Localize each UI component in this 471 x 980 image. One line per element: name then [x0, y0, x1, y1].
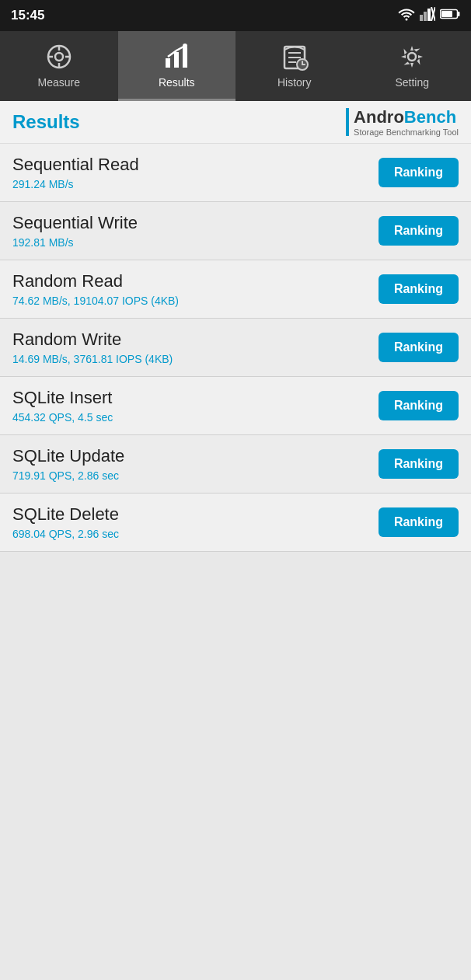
result-info: Random Write14.69 MB/s, 3761.81 IOPS (4K…: [12, 330, 173, 365]
svg-point-23: [408, 53, 416, 61]
result-info: Sequential Write192.81 MB/s: [12, 213, 138, 249]
result-row: SQLite Delete698.04 QPS, 2.96 secRanking: [0, 493, 471, 552]
results-list: Sequential Read291.24 MB/sRankingSequent…: [0, 144, 471, 552]
svg-rect-7: [458, 12, 460, 16]
svg-rect-15: [174, 52, 179, 68]
result-row: Sequential Write192.81 MB/sRanking: [0, 202, 471, 260]
result-name: Sequential Read: [12, 155, 139, 175]
ranking-button[interactable]: Ranking: [379, 449, 459, 479]
result-row: Random Read74.62 MB/s, 19104.07 IOPS (4K…: [0, 260, 471, 319]
ranking-button[interactable]: Ranking: [379, 274, 459, 304]
ranking-button[interactable]: Ranking: [379, 391, 459, 420]
ranking-button[interactable]: Ranking: [379, 216, 459, 246]
tab-setting[interactable]: Setting: [354, 31, 472, 101]
result-info: Sequential Read291.24 MB/s: [12, 155, 139, 190]
result-name: SQLite Update: [12, 446, 124, 466]
page-title: Results: [12, 111, 80, 133]
result-row: Random Write14.69 MB/s, 3761.81 IOPS (4K…: [0, 319, 471, 377]
history-icon: [280, 42, 309, 71]
result-name: Random Write: [12, 330, 173, 350]
svg-point-9: [55, 53, 63, 61]
tab-results[interactable]: Results: [118, 31, 236, 101]
ranking-button[interactable]: Ranking: [379, 333, 459, 362]
tab-measure-label: Measure: [38, 76, 80, 89]
status-bar: 15:45: [0, 0, 471, 31]
status-time: 15:45: [11, 8, 44, 23]
result-value: 719.91 QPS, 2.86 sec: [12, 469, 124, 482]
measure-icon: [44, 42, 74, 71]
svg-rect-6: [441, 11, 452, 17]
result-row: Sequential Read291.24 MB/sRanking: [0, 144, 471, 202]
result-row: SQLite Update719.91 QPS, 2.86 secRanking: [0, 435, 471, 493]
tab-setting-label: Setting: [395, 76, 429, 89]
ranking-button[interactable]: Ranking: [379, 507, 459, 537]
setting-icon: [397, 42, 427, 71]
brand-andro: Andro: [354, 107, 404, 127]
svg-rect-16: [183, 47, 187, 68]
result-value: 291.24 MB/s: [12, 178, 139, 190]
tab-results-label: Results: [159, 76, 195, 89]
battery-icon: [440, 9, 460, 23]
nav-tabs: Measure Results: [0, 31, 471, 101]
status-icons: [398, 7, 460, 24]
result-name: Random Read: [12, 271, 179, 291]
svg-rect-0: [420, 15, 423, 21]
signal-icon: [420, 7, 435, 24]
tab-history[interactable]: History: [236, 31, 354, 101]
result-row: SQLite Insert454.32 QPS, 4.5 secRanking: [0, 377, 471, 435]
result-value: 698.04 QPS, 2.96 sec: [12, 528, 119, 540]
result-info: SQLite Update719.91 QPS, 2.86 sec: [12, 446, 124, 482]
result-value: 74.62 MB/s, 19104.07 IOPS (4KB): [12, 295, 179, 307]
svg-rect-14: [166, 58, 170, 68]
result-info: SQLite Insert454.32 QPS, 4.5 sec: [12, 388, 113, 424]
brand-bar: AndroBench Storage Benchmarking Tool: [346, 107, 459, 137]
tab-measure[interactable]: Measure: [0, 31, 118, 101]
results-header: Results AndroBench Storage Benchmarking …: [0, 101, 471, 144]
tab-history-label: History: [277, 76, 312, 89]
brand-sub: Storage Benchmarking Tool: [354, 127, 459, 137]
result-value: 454.32 QPS, 4.5 sec: [12, 411, 113, 424]
result-info: SQLite Delete698.04 QPS, 2.96 sec: [12, 504, 119, 540]
result-name: SQLite Delete: [12, 504, 119, 525]
wifi-icon: [398, 7, 415, 24]
result-name: SQLite Insert: [12, 388, 113, 408]
result-info: Random Read74.62 MB/s, 19104.07 IOPS (4K…: [12, 271, 179, 307]
results-icon: [162, 42, 191, 71]
result-value: 192.81 MB/s: [12, 236, 138, 249]
brand-bench: Bench: [404, 107, 456, 127]
brand-name: AndroBench: [354, 107, 459, 127]
svg-rect-1: [424, 12, 427, 21]
svg-rect-2: [427, 9, 431, 21]
svg-point-17: [183, 44, 187, 48]
result-value: 14.69 MB/s, 3761.81 IOPS (4KB): [12, 353, 173, 365]
brand-area: AndroBench Storage Benchmarking Tool: [346, 107, 459, 137]
ranking-button[interactable]: Ranking: [379, 158, 459, 187]
result-name: Sequential Write: [12, 213, 138, 233]
brand-line: [346, 108, 349, 136]
